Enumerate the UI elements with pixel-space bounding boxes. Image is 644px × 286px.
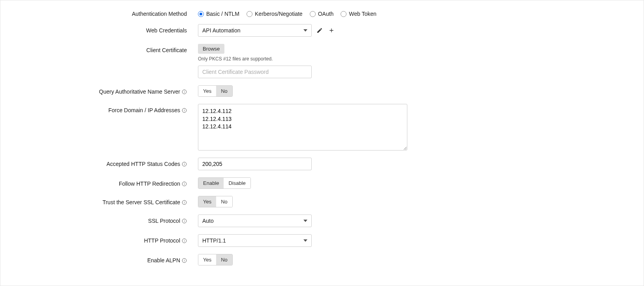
radio-icon <box>341 11 346 17</box>
label-query-ns: Query Authoritative Name Server i <box>0 85 198 95</box>
info-icon[interactable]: i <box>182 200 187 205</box>
trust-ssl-no[interactable]: No <box>216 196 232 207</box>
row-client-certificate: Client Certificate Browse Only PKCS #12 … <box>0 44 644 78</box>
auth-method-oauth-radio[interactable]: OAuth <box>310 11 334 17</box>
web-credentials-select[interactable]: API Automation <box>198 24 312 37</box>
trust-ssl-toggle: Yes No <box>198 196 233 207</box>
follow-redir-enable[interactable]: Enable <box>198 178 224 188</box>
label-force-domain: Force Domain / IP Addresses i <box>0 104 198 113</box>
radio-icon <box>198 11 204 17</box>
info-icon[interactable]: i <box>182 218 187 224</box>
auth-method-webtoken-radio[interactable]: Web Token <box>341 11 377 17</box>
label-client-certificate: Client Certificate <box>0 44 198 53</box>
follow-redir-disable[interactable]: Disable <box>224 178 250 188</box>
svg-text:i: i <box>184 90 185 93</box>
force-domain-textarea[interactable] <box>198 104 407 151</box>
svg-text:i: i <box>184 162 185 166</box>
svg-text:i: i <box>184 108 185 112</box>
http-protocol-select[interactable]: HTTP/1.1 <box>198 234 312 247</box>
radio-label: Basic / NTLM <box>206 11 239 17</box>
caret-down-icon <box>303 220 307 222</box>
label-http-protocol: HTTP Protocol i <box>0 234 198 244</box>
enable-alpn-toggle: Yes No <box>198 254 233 265</box>
client-cert-hint: Only PKCS #12 files are supported. <box>198 56 273 62</box>
row-ssl-protocol: SSL Protocol i Auto <box>0 214 644 227</box>
auth-method-basic-radio[interactable]: Basic / NTLM <box>198 11 239 17</box>
row-web-credentials: Web Credentials API Automation <box>0 24 644 37</box>
radio-icon <box>247 11 252 17</box>
info-icon[interactable]: i <box>182 181 187 186</box>
enable-alpn-yes[interactable]: Yes <box>198 254 216 265</box>
select-value: Auto <box>202 218 214 224</box>
row-trust-ssl: Trust the Server SSL Certificate i Yes N… <box>0 196 644 207</box>
svg-text:i: i <box>184 239 185 242</box>
edit-icon[interactable] <box>316 26 324 34</box>
accepted-status-input[interactable] <box>198 158 312 170</box>
radio-label: Web Token <box>349 11 377 17</box>
browse-button[interactable]: Browse <box>198 44 224 54</box>
caret-down-icon <box>303 239 307 242</box>
client-cert-password-input[interactable] <box>198 66 312 78</box>
select-value: HTTP/1.1 <box>202 237 226 244</box>
follow-redir-toggle: Enable Disable <box>198 177 251 189</box>
svg-text:i: i <box>184 200 185 204</box>
label-follow-redir: Follow HTTP Redirection i <box>0 177 198 187</box>
caret-down-icon <box>303 29 307 32</box>
trust-ssl-yes[interactable]: Yes <box>198 196 216 207</box>
query-ns-yes[interactable]: Yes <box>198 86 216 96</box>
label-ssl-protocol: SSL Protocol i <box>0 214 198 224</box>
row-accepted-status: Accepted HTTP Status Codes i <box>0 158 644 170</box>
row-force-domain: Force Domain / IP Addresses i <box>0 104 644 151</box>
info-icon[interactable]: i <box>182 258 187 263</box>
radio-label: OAuth <box>318 11 334 17</box>
ssl-protocol-select[interactable]: Auto <box>198 214 312 227</box>
settings-panel: Authentication Method Basic / NTLM Kerbe… <box>0 0 644 286</box>
row-query-ns: Query Authoritative Name Server i Yes No <box>0 85 644 97</box>
info-icon[interactable]: i <box>182 108 187 113</box>
auth-method-radio-group: Basic / NTLM Kerberos/Negotiate OAuth We… <box>198 8 377 17</box>
radio-icon <box>310 11 316 17</box>
add-icon[interactable] <box>328 26 335 34</box>
svg-text:i: i <box>184 258 185 262</box>
info-icon[interactable]: i <box>182 238 187 243</box>
query-ns-no[interactable]: No <box>216 86 232 96</box>
auth-method-kerberos-radio[interactable]: Kerberos/Negotiate <box>247 11 303 17</box>
query-ns-toggle: Yes No <box>198 85 233 97</box>
row-auth-method: Authentication Method Basic / NTLM Kerbe… <box>0 8 644 17</box>
label-enable-alpn: Enable ALPN i <box>0 254 198 263</box>
label-accepted-status: Accepted HTTP Status Codes i <box>0 158 198 167</box>
label-web-credentials: Web Credentials <box>0 24 198 34</box>
label-trust-ssl: Trust the Server SSL Certificate i <box>0 196 198 205</box>
info-icon[interactable]: i <box>182 162 187 167</box>
radio-label: Kerberos/Negotiate <box>255 11 303 17</box>
row-http-protocol: HTTP Protocol i HTTP/1.1 <box>0 234 644 247</box>
row-enable-alpn: Enable ALPN i Yes No <box>0 254 644 265</box>
select-value: API Automation <box>202 27 241 34</box>
svg-text:i: i <box>184 219 185 222</box>
label-auth-method: Authentication Method <box>0 8 198 17</box>
row-follow-redir: Follow HTTP Redirection i Enable Disable <box>0 177 644 189</box>
enable-alpn-no[interactable]: No <box>216 254 232 265</box>
info-icon[interactable]: i <box>182 89 187 94</box>
svg-text:i: i <box>184 182 185 185</box>
